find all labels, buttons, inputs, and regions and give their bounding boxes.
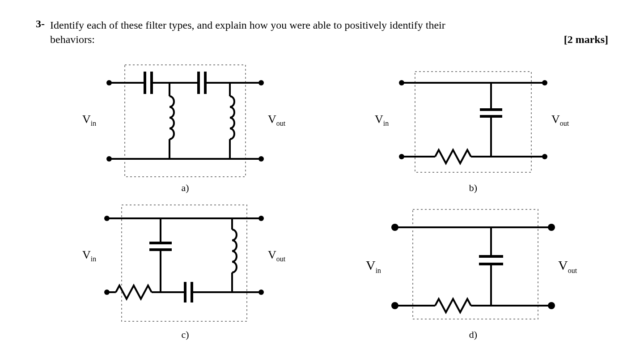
vout-label: Vout: [268, 113, 286, 127]
circuit-c-svg: Vin Vout: [73, 198, 297, 328]
terminal-dot: [104, 290, 110, 295]
inductor-coil: [230, 96, 234, 139]
terminal-dot: [104, 216, 110, 221]
circuit-b-svg: Vin Vout: [368, 56, 578, 181]
circuit-d-label: d): [338, 329, 608, 341]
inductor-coil: [232, 230, 237, 273]
resistor-zigzag: [435, 299, 471, 312]
question-block: 3- Identify each of these filter types, …: [36, 18, 608, 341]
vout-label: Vout: [268, 248, 286, 263]
dotted-box: [125, 65, 246, 177]
question-text-line1: Identify each of these filter types, and…: [50, 18, 608, 32]
terminal-dot: [548, 302, 555, 309]
resistor-zigzag: [435, 150, 471, 163]
inductor-coil: [169, 96, 174, 139]
vout-label: Vout: [558, 258, 577, 274]
terminal-dot: [399, 154, 404, 159]
question-text-line2: behaviors:: [50, 32, 95, 47]
terminal-dot: [542, 154, 547, 159]
circuits-grid: Vin Vout a): [50, 56, 608, 341]
terminal-dot: [258, 290, 264, 295]
terminal-dot: [391, 302, 398, 309]
terminal-dot: [399, 80, 404, 85]
circuit-c-label: c): [50, 329, 320, 341]
question-marks: [2 marks]: [564, 34, 608, 46]
question-body: Identify each of these filter types, and…: [50, 18, 608, 341]
terminal-dot: [391, 224, 398, 231]
dotted-box: [122, 205, 247, 321]
vin-label: Vin: [82, 113, 96, 127]
vin-label: Vin: [82, 248, 96, 263]
vout-label: Vout: [551, 113, 569, 127]
circuit-a-cell: Vin Vout a): [50, 56, 320, 194]
circuit-a-label: a): [50, 182, 320, 194]
terminal-dot: [258, 80, 264, 85]
circuit-c-cell: Vin Vout c): [50, 198, 320, 341]
vin-label: Vin: [375, 113, 389, 127]
circuit-a-svg: Vin Vout: [73, 56, 297, 181]
terminal-dot: [548, 224, 555, 231]
circuit-b-cell: Vin Vout b): [338, 56, 608, 194]
terminal-dot: [542, 80, 547, 85]
vin-label: Vin: [366, 258, 381, 274]
dotted-box: [413, 209, 538, 319]
terminal-dot: [106, 80, 112, 85]
circuit-d-cell: Vin Vout d): [338, 198, 608, 341]
terminal-dot: [258, 156, 264, 162]
terminal-dot: [258, 216, 264, 221]
terminal-dot: [106, 156, 112, 162]
question-number: 3-: [36, 18, 45, 30]
circuit-b-label: b): [338, 182, 608, 194]
circuit-d-svg: Vin Vout: [361, 198, 585, 328]
